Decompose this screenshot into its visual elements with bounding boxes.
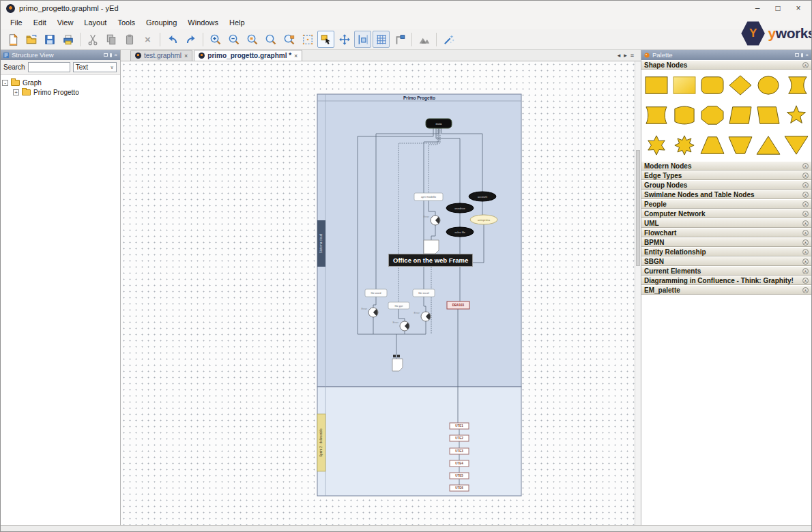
- expand-section-icon[interactable]: ∧: [802, 268, 809, 274]
- palette-section-people[interactable]: People∧: [641, 199, 811, 209]
- diagram-node[interactable]: inizio: [426, 119, 452, 128]
- diagram-node[interactable]: DBA103: [447, 301, 469, 309]
- palette-section-em-palette[interactable]: EM_palette∧: [641, 285, 811, 295]
- tab-close-icon[interactable]: ×: [294, 53, 298, 59]
- diagram-node[interactable]: account: [469, 192, 496, 201]
- diagram-node[interactable]: [397, 355, 400, 357]
- menu-item-file[interactable]: File: [5, 16, 28, 29]
- close-panel-icon[interactable]: ×: [114, 53, 117, 58]
- delete-button[interactable]: ×: [139, 31, 156, 48]
- print-button[interactable]: [59, 31, 76, 48]
- palette-section-modern-nodes[interactable]: Modern Nodes∧: [641, 161, 811, 171]
- float-panel-icon[interactable]: [104, 53, 108, 57]
- close-panel-icon[interactable]: ×: [805, 53, 809, 58]
- palette-section-sbgn[interactable]: SBGN∧: [641, 256, 811, 266]
- palette-shape-inverted-trapezoid[interactable]: [726, 132, 754, 159]
- save-button[interactable]: [41, 31, 58, 48]
- palette-section-entity-relationship[interactable]: Entity Relationship∧: [641, 247, 811, 256]
- pin-panel-icon[interactable]: [801, 53, 803, 57]
- search-input[interactable]: [28, 62, 70, 72]
- palette-section-shape-nodes[interactable]: Shape Nodes ∧: [641, 60, 811, 70]
- expand-section-icon[interactable]: ∧: [802, 239, 809, 246]
- palette-shape-concave-rectangle[interactable]: [643, 102, 671, 129]
- zoom-in-button[interactable]: [207, 31, 224, 48]
- palette-section-bpmn[interactable]: BPMN∧: [641, 237, 811, 247]
- diagram-node-ute3[interactable]: UTE3: [450, 448, 469, 454]
- tab-close-icon[interactable]: ×: [184, 53, 188, 59]
- palette-section-edge-types[interactable]: Edge Types∧: [641, 171, 811, 180]
- tab-scroll-left-icon[interactable]: ◂: [618, 52, 621, 59]
- zoom-area-button[interactable]: [262, 31, 279, 48]
- expand-section-icon[interactable]: ∧: [802, 287, 809, 293]
- snap-lines-button[interactable]: [354, 31, 371, 48]
- expand-section-icon[interactable]: ∧: [802, 258, 809, 265]
- diagram-node[interactable]: onedrive: [446, 203, 474, 213]
- palette-shape-curved-rectangle[interactable]: [782, 72, 810, 99]
- canvas[interactable]: Primo ProgettoSistema cloudSprint 2 - de…: [121, 61, 641, 525]
- menu-item-help[interactable]: Help: [224, 16, 250, 29]
- move-mode-button[interactable]: [336, 31, 353, 48]
- diagram-node-ute4[interactable]: UTE4: [450, 460, 469, 467]
- menu-item-layout[interactable]: Layout: [78, 16, 112, 29]
- open-file-button[interactable]: [23, 31, 40, 48]
- tab-test-graphml[interactable]: test.graphml ×: [130, 50, 192, 61]
- palette-shape-rectangle[interactable]: [643, 72, 671, 99]
- maximize-button[interactable]: □: [768, 1, 788, 16]
- canvas-scrollbar[interactable]: [635, 61, 641, 525]
- palette-section-computer-network[interactable]: Computer Network∧: [641, 209, 811, 218]
- undo-button[interactable]: [164, 31, 181, 48]
- expand-section-icon[interactable]: ∧: [802, 201, 809, 207]
- diagram-node[interactable]: apri modello: [414, 193, 443, 201]
- expand-section-icon[interactable]: ∧: [802, 163, 809, 169]
- redo-button[interactable]: [182, 31, 199, 48]
- diagram-node-ute2[interactable]: UTE2: [450, 435, 469, 441]
- search-filter-dropdown[interactable]: Text ∨: [73, 62, 117, 72]
- diagram-node[interactable]: [393, 355, 396, 357]
- palette-section-flowchart[interactable]: Flowchart∧: [641, 228, 811, 237]
- palette-shape-star-8[interactable]: [671, 132, 699, 159]
- collapse-icon[interactable]: -: [2, 80, 8, 86]
- close-button[interactable]: ×: [788, 1, 809, 16]
- palette-section-diagramming-in-confluence-think-graphity[interactable]: Diagramming in Confluence - Think: Graph…: [641, 276, 811, 285]
- palette-shape-trapezoid[interactable]: [699, 132, 727, 159]
- collapse-section-icon[interactable]: ∧: [802, 62, 809, 68]
- pin-panel-icon[interactable]: [110, 53, 112, 57]
- menu-item-view[interactable]: View: [52, 16, 79, 29]
- palette-section-current-elements[interactable]: Current Elements∧: [641, 266, 811, 276]
- expand-section-icon[interactable]: ∧: [802, 230, 809, 236]
- menu-item-edit[interactable]: Edit: [28, 16, 52, 29]
- tab-primo-progetto-graphml[interactable]: primo_progetto.graphml * ×: [194, 50, 302, 61]
- orthogonal-edges-button[interactable]: [391, 31, 408, 48]
- tab-list-icon[interactable]: ≡: [630, 52, 634, 59]
- palette-shape-star-6[interactable]: [643, 132, 671, 159]
- menu-item-tools[interactable]: Tools: [112, 16, 141, 29]
- tab-scroll-right-icon[interactable]: ▸: [624, 52, 627, 59]
- palette-shape-ellipse[interactable]: [754, 72, 782, 99]
- palette-shape-diamond[interactable]: [726, 72, 754, 99]
- palette-shape-slanted-rectangle-left[interactable]: [726, 102, 754, 129]
- tree-item-primo-progetto[interactable]: + Primo Progetto: [2, 87, 119, 97]
- palette-shape-slanted-rectangle-right[interactable]: [754, 102, 782, 129]
- diagram-node-ute1[interactable]: UTE1: [450, 423, 469, 429]
- paste-button[interactable]: [121, 31, 138, 48]
- minimize-button[interactable]: –: [747, 1, 768, 16]
- scrollbar-thumb[interactable]: [636, 150, 640, 266]
- palette-section-swimlane-nodes-and-table-nodes[interactable]: Swimlane Nodes and Table Nodes∧: [641, 190, 811, 199]
- palette-section-uml[interactable]: UML∧: [641, 218, 811, 228]
- zoom-to-selection-button[interactable]: [280, 31, 298, 48]
- grid-button[interactable]: [373, 31, 390, 48]
- tree-item-graph[interactable]: - Graph: [2, 78, 119, 87]
- palette-shape-star-5[interactable]: [782, 102, 810, 129]
- diagram-node[interactable]: [424, 240, 439, 254]
- expand-section-icon[interactable]: ∧: [802, 173, 809, 179]
- diagram-node[interactable]: file ppt: [388, 302, 409, 309]
- palette-shape-octagon[interactable]: [699, 102, 727, 129]
- diagram-node[interactable]: salva file: [446, 227, 474, 237]
- zoom-original-button[interactable]: [244, 31, 261, 48]
- cut-button[interactable]: [84, 31, 101, 48]
- diagram-node-ute5[interactable]: UTE5: [450, 473, 469, 479]
- palette-shape-inverted-triangle[interactable]: [782, 132, 810, 159]
- zoom-out-button[interactable]: [225, 31, 242, 48]
- diagram-node[interactable]: [392, 359, 403, 371]
- edit-mode-button[interactable]: [317, 31, 334, 48]
